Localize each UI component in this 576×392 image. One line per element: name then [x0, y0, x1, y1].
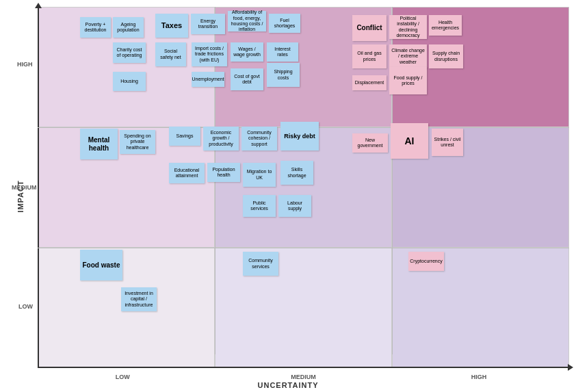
note-ai: AI — [391, 123, 428, 159]
x-tick-high: HIGH — [471, 374, 487, 380]
note-interest: Interest rates — [267, 42, 298, 62]
note-ageing: Ageing population — [113, 17, 144, 38]
note-wages: Wages / wage growth — [231, 42, 263, 62]
note-risky-debt: Risky debt — [280, 122, 319, 151]
note-food-supply: Food supply / prices — [389, 67, 427, 94]
x-axis — [38, 367, 569, 368]
risk-matrix: IMPACT UNCERTAINTY HIGH MEDIUM LOW LOW — [0, 0, 576, 392]
note-spending-private: Spending on private healthcare — [120, 130, 155, 154]
note-labour-supply: Labour supply — [278, 195, 311, 217]
note-social-safety: Social safety net — [155, 42, 186, 66]
note-energy: Energy transition — [191, 14, 225, 34]
note-conflict: Conflict — [352, 15, 387, 41]
x-axis-arrow — [568, 364, 573, 371]
zone-low-med — [215, 248, 392, 368]
note-educational: Educational attainment — [169, 163, 205, 183]
note-fuel: Fuel shortages — [269, 14, 300, 33]
y-tick-medium: MEDIUM — [12, 184, 37, 191]
note-supply-chain: Supply chain disruptions — [429, 44, 463, 68]
x-axis-label: UNCERTAINTY — [257, 381, 318, 389]
note-displacement: Displacement — [352, 75, 387, 90]
note-climate: Climate change / extreme weather — [389, 44, 427, 68]
note-community-cohesion: Community cohesion / support — [241, 127, 277, 151]
note-cryptocurrency: Cryptocurrency — [408, 252, 444, 271]
chart-area: HIGH MEDIUM LOW LOW MEDIUM HIGH Poverty … — [38, 7, 569, 368]
note-political: Political instability / declining democr… — [389, 15, 427, 39]
note-new-govt: New government — [352, 133, 388, 153]
note-housing: Housing — [113, 72, 146, 91]
x-tick-low: LOW — [116, 374, 130, 380]
note-savings: Savings — [169, 127, 200, 146]
note-poverty: Poverty + destitution — [80, 17, 111, 38]
note-skills: Skills shortage — [280, 161, 313, 185]
note-population-health: Population health — [207, 163, 240, 182]
x-tick-medium: MEDIUM — [291, 374, 316, 380]
note-investment: Investment in capital / infrastructure — [121, 287, 157, 311]
note-affordability: Affordability of food, energy, housing c… — [228, 11, 266, 31]
y-axis — [38, 7, 39, 368]
note-mental-health: Mental health — [80, 129, 118, 159]
note-shipping: Shipping costs — [267, 63, 300, 87]
note-oil-gas: Oil and gas prices — [352, 44, 387, 68]
note-unemployment: Unemployment — [192, 72, 224, 87]
y-axis-arrow — [35, 3, 42, 8]
note-public-services: Public services — [243, 195, 276, 217]
note-import-costs: Import costs / trade frictions (with EU) — [192, 42, 227, 66]
y-tick-high: HIGH — [17, 61, 33, 68]
grid-line-h2 — [38, 248, 569, 248]
note-taxes: Taxes — [155, 14, 188, 38]
note-health-em: Health emergencies — [429, 15, 462, 36]
note-economic-growth: Economic growth / productivity — [203, 127, 239, 151]
note-cost-govt-debt: Cost of govt debt — [231, 68, 263, 90]
note-migration: Migration to UK — [243, 163, 276, 187]
y-tick-low: LOW — [18, 303, 33, 310]
note-community-services: Community services — [243, 252, 278, 276]
note-strikes: Strikes / civil unrest — [432, 129, 463, 156]
note-charity-cost: Charity cost of operating — [113, 42, 146, 63]
note-food-waste: Food waste — [80, 250, 122, 280]
